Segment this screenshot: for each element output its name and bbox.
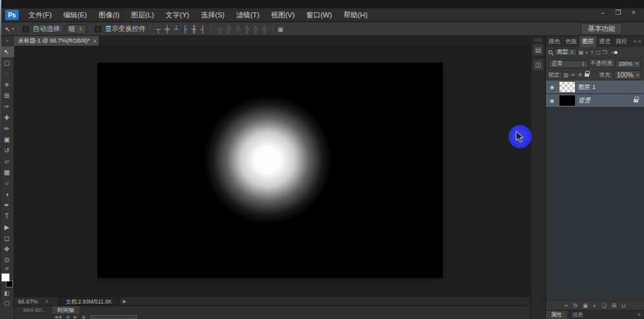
align-left-edges-icon[interactable]: ├ <box>181 23 190 35</box>
layer-row-layer1[interactable]: ◉ 图层 1 <box>546 81 644 94</box>
toolbar-collapse-button[interactable]: » <box>0 36 14 46</box>
tab-color[interactable]: 颜色 <box>546 36 563 47</box>
lock-image-pixels-icon[interactable]: ✏ <box>571 72 576 78</box>
tab-properties[interactable]: 属性 <box>546 311 567 319</box>
menu-item[interactable]: 图层(L) <box>125 8 159 21</box>
layer-row-background[interactable]: ◉ 背景 <box>546 94 644 108</box>
document-size-info[interactable]: 文档:2.93M/511.8K <box>58 298 120 305</box>
layer-style-icon[interactable]: fx <box>573 302 578 309</box>
tab-layers[interactable]: 图层 <box>579 36 596 47</box>
blend-mode-dropdown[interactable]: 正常 ⇕ <box>548 60 589 68</box>
menu-item[interactable]: 文件(F) <box>23 8 57 21</box>
menu-item[interactable]: 帮助(H) <box>337 8 373 21</box>
close-icon[interactable]: × <box>93 38 96 44</box>
align-top-edges-icon[interactable]: ┬ <box>154 23 163 35</box>
path-selection-tool[interactable]: ▶ <box>0 222 14 233</box>
gradient-tool[interactable]: ▩ <box>0 167 14 178</box>
distribute-horizontal-centers-icon[interactable]: ╬ <box>252 23 261 35</box>
healing-brush-tool[interactable]: ✚ <box>0 112 14 123</box>
layer-thumbnail[interactable] <box>559 95 576 106</box>
tool-preset-picker[interactable]: ↖ ▾ <box>5 26 14 33</box>
menu-item[interactable]: 窗口(W) <box>301 8 338 21</box>
tab-paths[interactable]: 路径 <box>613 36 630 47</box>
first-frame-icon[interactable]: ◀◀ <box>54 314 61 319</box>
minimize-button[interactable]: – <box>596 9 609 17</box>
eraser-tool[interactable]: ▱ <box>0 156 14 167</box>
close-button[interactable]: × <box>627 9 640 17</box>
distribute-left-edges-icon[interactable]: ╠ <box>243 23 252 35</box>
timeline-mode-dropdown[interactable] <box>90 315 137 319</box>
quick-selection-tool[interactable]: ✳ <box>0 79 14 90</box>
collapse-dock-icon[interactable]: « <box>634 39 636 44</box>
filter-adjustment-layers-icon[interactable]: ◐ <box>585 50 589 55</box>
filter-type-dropdown[interactable]: 类型 ⇕ <box>554 48 577 56</box>
lock-position-icon[interactable]: ✛ <box>578 72 583 78</box>
auto-select-dropdown[interactable]: 组 ⇕ <box>66 24 86 34</box>
audio-icon[interactable]: ◉ <box>82 314 86 319</box>
filter-smart-objects-icon[interactable]: ❒ <box>603 50 607 55</box>
move-tool[interactable]: ↖ <box>0 46 14 57</box>
visibility-eye-icon[interactable]: ◉ <box>548 84 556 90</box>
add-layer-mask-icon[interactable]: ▣ <box>583 302 588 309</box>
layer-name[interactable]: 背景 <box>578 97 590 105</box>
distribute-top-edges-icon[interactable]: ╦ <box>216 23 225 35</box>
document-tab[interactable]: 未标题-1 @ 66.7%(RGB/8)* × <box>14 36 99 46</box>
dock-grip-icon[interactable] <box>534 39 542 41</box>
brush-tool[interactable]: ✏ <box>0 123 14 134</box>
menu-item[interactable]: 文字(Y) <box>160 8 196 21</box>
dodge-tool[interactable]: ◑ <box>0 189 14 200</box>
swap-colors-icon[interactable]: ⇄ <box>5 266 9 272</box>
hand-tool[interactable]: ✥ <box>0 244 14 255</box>
tab-mini-bridge[interactable]: Mini-Bri… <box>18 306 52 314</box>
type-tool[interactable]: T <box>0 211 14 222</box>
align-vertical-centers-icon[interactable]: ╪ <box>163 23 172 35</box>
align-bottom-edges-icon[interactable]: ┴ <box>172 23 181 35</box>
eyedropper-tool[interactable]: ✑ <box>0 101 14 112</box>
menu-item[interactable]: 图像(I) <box>93 8 125 21</box>
blur-tool[interactable]: ○ <box>0 178 14 189</box>
filter-type-layers-icon[interactable]: T <box>590 50 594 55</box>
properties-panel-button[interactable]: ◫ <box>532 59 544 71</box>
filter-pixel-layers-icon[interactable]: ▦ <box>579 50 584 55</box>
canvas-pasteboard[interactable] <box>14 46 530 296</box>
screen-mode-button[interactable]: ▢ <box>0 298 14 307</box>
history-panel-button[interactable]: ▤ <box>532 44 544 56</box>
lasso-tool[interactable]: ◌ <box>0 68 14 79</box>
auto-select-checkbox[interactable] <box>23 26 29 32</box>
lock-transparent-pixels-icon[interactable]: ▨ <box>563 72 569 78</box>
layer-thumbnail[interactable] <box>559 81 576 93</box>
menu-item[interactable]: 视图(V) <box>265 8 301 21</box>
clone-stamp-tool[interactable]: ▣ <box>0 134 14 145</box>
document-canvas[interactable] <box>97 63 443 278</box>
status-expand-icon[interactable]: ▶ <box>123 299 126 304</box>
fill-field[interactable]: 100% ▾ <box>614 70 641 80</box>
zoom-level-field[interactable]: 66.67% <box>18 298 38 305</box>
new-adjustment-layer-icon[interactable]: ◐ <box>593 302 596 309</box>
menu-item[interactable]: 编辑(E) <box>57 8 93 21</box>
workspace-switcher-button[interactable]: 基本功能 <box>581 23 622 35</box>
lock-all-icon[interactable] <box>585 73 589 77</box>
panel-menu-icon[interactable]: ≡ <box>638 39 641 44</box>
filtering-toggle[interactable] <box>610 50 618 55</box>
previous-frame-icon[interactable]: ◀ <box>66 314 69 319</box>
restore-button[interactable]: ❐ <box>612 9 625 17</box>
visibility-eye-icon[interactable]: ◉ <box>548 98 556 104</box>
tab-channels[interactable]: 通道 <box>596 36 613 47</box>
link-layers-icon[interactable]: ∞ <box>564 302 568 309</box>
zoom-tool[interactable]: ⊙ <box>0 255 14 266</box>
tab-info[interactable]: 信息 <box>567 311 589 319</box>
new-group-icon[interactable]: ❏ <box>601 302 607 309</box>
pen-tool[interactable]: ✒ <box>0 200 14 211</box>
align-right-edges-icon[interactable]: ┤ <box>199 23 208 35</box>
foreground-color-swatch[interactable] <box>1 273 10 282</box>
show-transform-checkbox[interactable] <box>95 26 101 32</box>
shape-tool[interactable]: ◻ <box>0 233 14 244</box>
distribute-bottom-edges-icon[interactable]: ╩ <box>234 23 243 35</box>
distribute-vertical-centers-icon[interactable]: ╬ <box>225 23 234 35</box>
play-icon[interactable]: ▶ <box>74 314 77 319</box>
quick-mask-button[interactable]: ◧ <box>0 288 14 298</box>
align-horizontal-centers-icon[interactable]: ╫ <box>190 23 199 35</box>
tab-swatches[interactable]: 色板 <box>563 36 579 47</box>
panel-menu-icon[interactable]: ≡ <box>638 312 641 318</box>
auto-align-layers-icon[interactable]: ▣ <box>277 26 283 33</box>
